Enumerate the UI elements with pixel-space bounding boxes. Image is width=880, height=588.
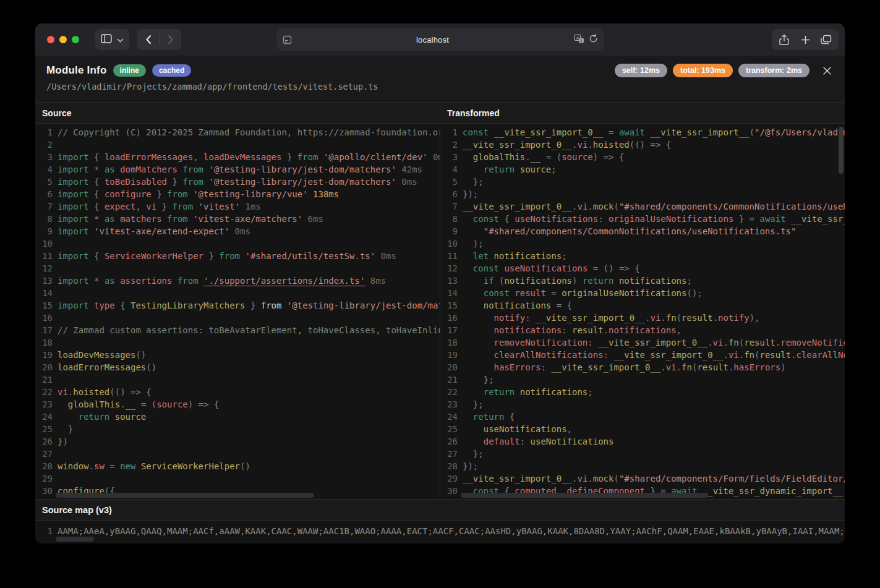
sidebar-icon [101, 34, 112, 46]
line-number: 16 [35, 312, 53, 324]
code-line: 9import 'vitest-axe/extend-expect' 0ms [35, 225, 440, 237]
tab-overview-button[interactable] [816, 29, 837, 50]
code-line: 4 return source; [440, 163, 845, 176]
url-text: localhost [292, 35, 574, 45]
code-line: 18 removeNotification: __vite_ssr_import… [440, 336, 845, 349]
sidebar-toggle-button[interactable] [95, 29, 129, 50]
line-number: 6 [440, 188, 458, 200]
source-code: 1// Copyright (C) 2012-2025 Zammad Found… [35, 124, 440, 499]
code-line: 27 [35, 448, 440, 460]
code-line: 10 ); [440, 237, 845, 250]
code-line: 12 [35, 262, 440, 275]
code-line: 18 [35, 336, 440, 349]
code-line: 11 let notifications; [440, 250, 845, 262]
line-number: 23 [35, 398, 53, 411]
code-line: 6import { configure } from '@testing-lib… [35, 188, 440, 200]
line-number: 3 [440, 151, 458, 163]
share-button[interactable] [774, 29, 795, 50]
code-line: 16 [35, 312, 440, 324]
code-line: 21 }; [440, 373, 845, 386]
back-button[interactable] [137, 29, 159, 50]
line-number: 12 [440, 262, 458, 275]
line-number: 10 [35, 237, 53, 250]
module-path: /Users/vladimir/Projects/zammad/app/fron… [46, 82, 834, 92]
code-line: 9 "#shared/components/CommonNotification… [440, 225, 845, 237]
line-number: 8 [35, 213, 53, 225]
code-line: 4import * as domMatchers from '@testing-… [35, 163, 440, 176]
code-line: 22 return notifications; [440, 386, 845, 398]
address-bar[interactable]: localhost Ax [276, 28, 604, 51]
line-number: 8 [440, 213, 458, 225]
minimize-window-button[interactable] [59, 36, 67, 43]
code-line: 7import { expect, vi } from 'vitest' 1ms [35, 200, 440, 213]
code-line: 2 [35, 138, 440, 151]
code-line: 29 [35, 472, 440, 485]
reload-icon[interactable] [589, 34, 598, 46]
code-line: 26}) [35, 435, 440, 448]
close-button[interactable] [820, 64, 834, 77]
sourcemap-horizontal-scrollbar[interactable] [56, 537, 94, 542]
forward-button[interactable] [160, 29, 181, 50]
transformed-code: 1const __vite_ssr_import_0__ = await __v… [440, 124, 845, 499]
code-line: 20loadErrorMessages() [35, 361, 440, 373]
line-number: 3 [35, 151, 53, 163]
line-number: 29 [35, 472, 53, 485]
line-number: 27 [35, 448, 53, 460]
code-line: 1// Copyright (C) 2012-2025 Zammad Found… [35, 126, 440, 138]
traffic-lights [47, 36, 79, 43]
panels-container: Source 1// Copyright (C) 2012-2025 Zamma… [35, 103, 845, 499]
code-line: 19 clearAllNotifications: __vite_ssr_imp… [440, 349, 845, 361]
source-panel: Source 1// Copyright (C) 2012-2025 Zamma… [35, 103, 440, 499]
line-number: 13 [440, 275, 458, 287]
line-number: 22 [35, 386, 53, 398]
line-number: 2 [440, 138, 458, 151]
line-number: 17 [35, 324, 53, 336]
line-number: 7 [440, 200, 458, 213]
browser-window: localhost Ax Module Inf [35, 23, 845, 543]
transformed-vertical-scrollbar[interactable] [839, 127, 844, 174]
code-line: 15 notifications = { [440, 299, 845, 312]
code-line: 24 return { [440, 411, 845, 423]
badge-cached: cached [152, 64, 191, 77]
code-line: 1const __vite_ssr_import_0__ = await __v… [440, 126, 845, 138]
code-line: 15import type { TestingLibraryMatchers }… [35, 299, 440, 312]
line-number: 9 [440, 225, 458, 237]
line-number: 29 [440, 472, 458, 485]
line-number: 18 [35, 336, 53, 349]
stat-total: total: 193ms [673, 64, 733, 77]
line-number: 20 [440, 361, 458, 373]
code-line: 22vi.hoisted(() => { [35, 386, 440, 398]
code-line: 27 }; [440, 448, 845, 460]
sourcemap-code: 1AAMA;AAeA,yBAAG,QAAQ,MAAM;AACf,aAAW,KAA… [35, 521, 845, 543]
line-number: 15 [440, 299, 458, 312]
code-line: 14 const result = originalUseNotificatio… [440, 287, 845, 299]
transformed-horizontal-scrollbar[interactable] [461, 493, 708, 498]
module-link[interactable]: './support/assertions/index.ts' [203, 276, 365, 286]
source-horizontal-scrollbar[interactable] [56, 493, 314, 498]
new-tab-button[interactable] [795, 29, 816, 50]
code-line: 12 const useNotifications = () => { [440, 262, 845, 275]
code-line: 13import * as assertions from './support… [35, 275, 440, 287]
code-line: 16 notify: __vite_ssr_import_0__.vi.fn(r… [440, 312, 845, 324]
module-badges: inlinecached [107, 64, 192, 77]
toolbar-right-buttons [772, 29, 839, 50]
translate-icon[interactable]: Ax [574, 34, 584, 46]
line-number: 14 [440, 287, 458, 299]
module-info-header: Module Info inlinecached self: 12mstotal… [35, 56, 845, 103]
line-number: 4 [440, 163, 458, 176]
line-number: 5 [440, 176, 458, 188]
line-number: 14 [35, 287, 53, 299]
transformed-panel-title: Transformed [440, 103, 845, 124]
line-number: 18 [440, 336, 458, 349]
code-line: 26 default: useNotifications [440, 435, 845, 448]
code-line: 13 if (notifications) return notificatio… [440, 275, 845, 287]
line-number: 28 [440, 460, 458, 472]
zoom-window-button[interactable] [72, 36, 79, 43]
close-window-button[interactable] [47, 36, 54, 43]
page-settings-icon[interactable] [283, 35, 292, 45]
code-line: 28}); [440, 460, 845, 472]
line-number: 16 [440, 312, 458, 324]
code-line: 1AAMA;AAeA,yBAAG,QAAQ,MAAM;AACf,aAAW,KAA… [35, 525, 845, 537]
navigation-buttons [137, 29, 181, 50]
code-line: 20 hasErrors: __vite_ssr_import_0__.vi.f… [440, 361, 845, 373]
